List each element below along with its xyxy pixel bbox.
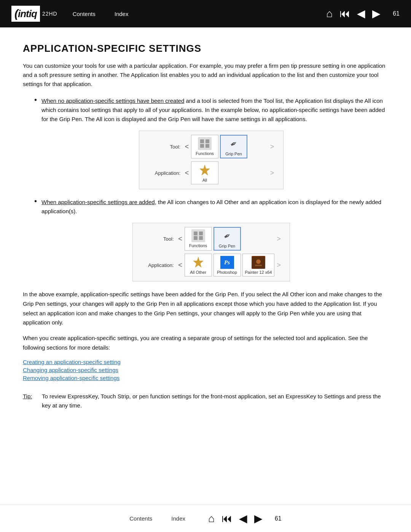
footer-index-link[interactable]: Index bbox=[171, 515, 185, 522]
diagram2-ps-label: Photoshop bbox=[216, 270, 238, 275]
diagram2-app-row: Application: < bbox=[140, 254, 283, 276]
diagram2-functions-item[interactable]: Functions bbox=[185, 227, 212, 251]
diagram1-app-arrow-right[interactable]: > bbox=[268, 169, 276, 177]
first-page-icon[interactable]: ⏮ bbox=[339, 8, 350, 19]
bullet2-underline: When application-specific settings are a… bbox=[41, 199, 155, 205]
diagram2-grippen-label: Grip Pen bbox=[217, 244, 238, 248]
diagram1-app-items: All bbox=[191, 161, 268, 184]
logo-intiq-text: intiq bbox=[18, 8, 37, 20]
header-page-number: 61 bbox=[393, 10, 400, 17]
grippen-icon-shape: ✒ bbox=[228, 138, 239, 150]
diagram2-app-label: Application: bbox=[140, 262, 174, 268]
diagram2-tool-arrow-left[interactable]: < bbox=[176, 235, 185, 243]
diagram2-allother-label: All Other bbox=[187, 270, 209, 275]
painter-svg bbox=[252, 256, 265, 268]
footer-home-icon[interactable]: ⌂ bbox=[208, 513, 215, 525]
diagram2-functions-icon bbox=[191, 229, 206, 243]
svg-rect-12 bbox=[255, 265, 262, 266]
functions-icon-shape bbox=[198, 137, 212, 150]
tip-label: Tip: bbox=[23, 392, 36, 411]
diagram2-ps-item[interactable]: Ps Photoshop bbox=[213, 254, 241, 276]
header-icons: ⌂ ⏮ ◀ ▶ 61 bbox=[326, 8, 400, 19]
logo-box: (intiq bbox=[11, 6, 40, 22]
painter-icon bbox=[251, 256, 266, 269]
next-page-icon[interactable]: ▶ bbox=[372, 8, 381, 19]
link-removing[interactable]: Removing application-specific settings bbox=[23, 375, 388, 381]
svg-rect-1 bbox=[206, 139, 209, 143]
diagram2-app-arrow-left[interactable]: < bbox=[176, 261, 185, 269]
main-content: Application-Specific Settings You can cu… bbox=[0, 27, 411, 433]
footer-page-number: 61 bbox=[275, 515, 282, 522]
all-svg bbox=[198, 164, 211, 176]
diagram2-grippen-icon-shape: ✒ bbox=[221, 230, 233, 242]
diagram2-functions-icon-shape bbox=[191, 229, 205, 242]
footer-next-page-icon[interactable]: ▶ bbox=[254, 512, 263, 525]
diagram2-tool-label: Tool: bbox=[140, 236, 174, 242]
bullet-item-2: • When application-specific settings are… bbox=[34, 198, 388, 216]
allother-icon-shape bbox=[191, 256, 205, 269]
diagram2-tool-items: Functions ✒ Grip Pen bbox=[185, 227, 275, 251]
page-wrapper: (intiq 22HD Contents Index ⌂ ⏮ ◀ ▶ 61 Ap… bbox=[0, 0, 411, 532]
diagram2-painter-item[interactable]: Painter 12 x64 bbox=[242, 254, 275, 276]
logo-22hd: 22HD bbox=[42, 11, 57, 17]
ps-icon: Ps bbox=[220, 256, 234, 269]
diagram1-grippen-item[interactable]: ✒ Grip Pen bbox=[220, 135, 247, 158]
tip-text: To review ExpressKey, Touch Strip, or pe… bbox=[42, 392, 388, 411]
footer-prev-page-icon[interactable]: ◀ bbox=[239, 512, 247, 525]
diagram2-tool-row: Tool: < bbox=[140, 227, 283, 251]
ps-icon-shape: Ps bbox=[220, 256, 234, 269]
diagram2-tool-arrow-right[interactable]: > bbox=[274, 235, 283, 243]
svg-marker-9 bbox=[193, 257, 203, 267]
diagram1-functions-label: Functions bbox=[194, 151, 216, 156]
diagram2-functions-svg bbox=[193, 231, 204, 241]
diagram1-tool-label: Tool: bbox=[146, 144, 180, 150]
svg-rect-3 bbox=[206, 144, 209, 148]
diagram1-tool-arrow-left[interactable]: < bbox=[183, 143, 191, 151]
svg-rect-8 bbox=[199, 236, 203, 240]
svg-rect-5 bbox=[194, 232, 198, 235]
bullet-dot-1: • bbox=[34, 96, 37, 104]
home-icon[interactable]: ⌂ bbox=[326, 8, 333, 19]
header-index-link[interactable]: Index bbox=[115, 11, 129, 17]
diagram1-app-arrow-left[interactable]: < bbox=[183, 169, 191, 177]
diagram2-grippen-item[interactable]: ✒ Grip Pen bbox=[213, 227, 241, 251]
diagram1-functions-item[interactable]: Functions bbox=[191, 135, 218, 158]
diagram1: Tool: < bbox=[139, 131, 284, 189]
diagram1-all-item[interactable]: All bbox=[191, 161, 218, 184]
bullet1-underline: When no application-specific settings ha… bbox=[41, 97, 184, 104]
link-creating[interactable]: Creating an application-specific setting bbox=[23, 359, 388, 365]
bullet-text-1: When no application-specific settings ha… bbox=[41, 96, 388, 124]
para1: In the above example, application-specif… bbox=[23, 290, 388, 328]
diagram1-tool-row: Tool: < bbox=[146, 135, 276, 158]
tip-block: Tip: To review ExpressKey, Touch Strip, … bbox=[23, 392, 388, 411]
bullet-text-2: When application-specific settings are a… bbox=[41, 198, 388, 216]
intro-paragraph: You can customize your tools for use wit… bbox=[23, 61, 388, 89]
grippen-icon: ✒ bbox=[226, 137, 241, 151]
diagram1-all-label: All bbox=[194, 178, 216, 182]
diagram1-app-label: Application: bbox=[146, 170, 180, 176]
logo: (intiq 22HD bbox=[11, 6, 57, 22]
diagram2-painter-label: Painter 12 x64 bbox=[245, 270, 272, 275]
diagram1-container: Tool: < bbox=[34, 131, 388, 189]
allother-svg bbox=[192, 256, 205, 268]
diagram1-tool-arrow-right[interactable]: > bbox=[268, 143, 276, 151]
header-nav: Contents Index bbox=[73, 11, 327, 17]
diagram2-app-arrow-right[interactable]: > bbox=[274, 261, 283, 269]
links-block: Creating an application-specific setting… bbox=[23, 359, 388, 381]
prev-page-icon[interactable]: ◀ bbox=[357, 8, 365, 19]
diagram1-grippen-label: Grip Pen bbox=[223, 152, 244, 156]
svg-marker-4 bbox=[200, 165, 210, 175]
diagram2: Tool: < bbox=[132, 223, 290, 281]
footer-first-page-icon[interactable]: ⏮ bbox=[221, 512, 232, 525]
diagram2-allother-item[interactable]: All Other bbox=[185, 254, 212, 276]
header-contents-link[interactable]: Contents bbox=[73, 11, 96, 17]
diagram1-app-row: Application: < bbox=[146, 161, 276, 184]
footer-contents-link[interactable]: Contents bbox=[129, 515, 152, 522]
link-changing[interactable]: Changing application-specific settings bbox=[23, 367, 388, 373]
svg-rect-7 bbox=[194, 236, 198, 240]
bullet-section: • When no application-specific settings … bbox=[34, 96, 388, 281]
functions-svg bbox=[199, 139, 210, 149]
footer-icons: ⌂ ⏮ ◀ ▶ 61 bbox=[208, 512, 282, 525]
all-icon bbox=[198, 163, 212, 177]
svg-rect-6 bbox=[199, 232, 203, 235]
